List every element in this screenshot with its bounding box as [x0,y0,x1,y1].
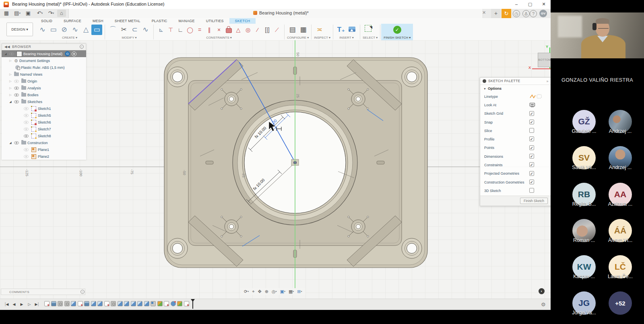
look-at-face-icon[interactable]: ⌖ [250,289,256,294]
timeline-feature-appearance[interactable] [157,301,163,306]
create-group-label[interactable]: CREATE ▾ [37,36,102,40]
file-menu-icon[interactable]: ▤▾ [12,10,23,17]
browser-item-document-settings[interactable]: ▷⚙Document Settings [2,57,86,64]
timeline-gear-icon[interactable]: ⚙ [541,301,546,307]
timeline-feature-combine[interactable] [151,301,156,306]
insert-image-icon[interactable] [347,25,357,35]
timeline-feature-hole[interactable] [58,301,63,306]
profile-checkbox[interactable]: ✓ [529,136,534,141]
expand-arrow-icon[interactable]: ▷ [8,59,13,62]
browser-item-root[interactable]: ◢ Bearing Housing (metal) G [2,50,86,57]
grid-snaps-icon[interactable]: ▦▾ [287,289,295,294]
redo-icon[interactable]: ↷▾ [46,10,56,17]
timeline-feature-sketch[interactable] [78,301,83,306]
participant-tile[interactable]: Roman ... [566,219,602,243]
perpendicular-lines-icon[interactable]: ∟ [175,25,185,35]
activate-radio-icon[interactable] [72,52,76,56]
timeline-feature-fillet[interactable] [137,301,142,306]
browser-item-bodies[interactable]: ▷Bodies [2,91,86,98]
3d-sketch-checkbox[interactable] [529,188,534,193]
expand-arrow-icon[interactable]: ▷ [8,80,13,83]
visibility-eye-icon[interactable] [14,93,19,97]
inspect-group-label[interactable]: INSPECT ▾ [314,36,330,40]
visibility-eye-icon[interactable] [14,87,19,90]
expand-arrow-icon[interactable]: ◢ [8,141,13,144]
browser-item-origin[interactable]: ▷Origin [2,78,86,85]
midpoint-constraint-icon[interactable]: ∕ [253,25,262,35]
measure-tool-icon[interactable]: ≍ [314,25,325,35]
browser-item-sketch7[interactable]: Sketch7 [2,126,86,132]
participant-tile[interactable]: SV Saulė Vil... [566,146,602,170]
timeline-feature-fillet[interactable] [71,301,76,306]
tab-plastic[interactable]: PLASTIC [146,18,173,24]
polygon-constraint-icon[interactable]: △ [233,25,243,35]
viewports-icon[interactable]: ⊞▾ [295,289,303,294]
tab-utilities[interactable]: UTILITIES [200,18,229,24]
browser-item-sketch5[interactable]: Sketch5 [2,112,86,119]
configuration-icon[interactable]: ▤ [287,25,298,35]
maximize-button[interactable]: ▢ [523,0,537,8]
sketch-palette-header[interactable]: SKETCH PALETTE» [480,78,551,85]
visibility-eye-icon[interactable] [14,80,19,83]
timeline-feature-fillet[interactable] [118,301,123,306]
visibility-eye-icon[interactable] [24,107,29,110]
undo-icon[interactable]: ↶▾ [35,10,45,17]
insert-group-label[interactable]: INSERT ▾ [336,36,357,40]
browser-item-plane2[interactable]: Plane2 [2,153,86,160]
points-checkbox[interactable]: ✓ [529,145,534,150]
sketch-grid-checkbox[interactable]: ✓ [529,111,534,116]
notifications-bell-icon[interactable]: Δ [522,10,530,17]
help-icon[interactable]: ? [530,10,537,17]
browser-item-plastic-rule[interactable]: Plastic Rule: ABS (1,5 mm) [2,64,86,71]
timeline-feature-fillet[interactable] [91,301,96,306]
projected-geometries-checkbox[interactable]: ✓ [529,171,534,176]
expand-arrow-icon[interactable]: ▷ [8,73,13,76]
construction-geometries-checkbox[interactable]: ✓ [529,180,534,184]
configuration-table-icon[interactable]: ▦ [298,25,309,35]
visibility-eye-icon[interactable] [24,121,29,124]
tab-sheet-metal[interactable]: SHEET METAL [109,18,146,24]
select-tool-icon[interactable]: ◥ [363,25,374,35]
zoom-icon[interactable]: ⊕ [263,289,270,294]
offset-tool-icon[interactable]: ⊂ [129,25,140,35]
visibility-eye-icon[interactable] [24,155,29,158]
timeline-feature-sketch[interactable] [164,301,169,306]
visibility-eye-icon[interactable] [24,114,29,117]
timeline-feature-hole[interactable] [111,301,116,306]
participant-tile[interactable]: Andrzej ... [602,146,638,170]
visibility-eye-icon[interactable] [24,134,29,138]
collapse-right-icon[interactable]: » [547,78,549,85]
step-back-icon[interactable]: ◀ [10,301,18,308]
expand-arrow-icon[interactable]: ◢ [3,52,8,56]
dimensions-checkbox[interactable]: ✓ [529,154,534,159]
polygon-tool-icon[interactable]: △ [80,25,91,35]
timeline-feature-sketch[interactable] [184,301,189,306]
expand-arrow-icon[interactable]: ▷ [8,87,13,90]
timeline-feature-fillet[interactable] [97,301,103,306]
participant-tile[interactable]: GŽ Gabrielė ... [566,110,602,134]
minimize-button[interactable]: – [510,0,523,8]
orbit-icon[interactable]: ⟳▾ [242,289,250,294]
model-canvas[interactable]: fx 10.00 fx 10.00 10.00 -125 [0,40,551,310]
visibility-eye-icon[interactable] [24,148,29,151]
account-avatar[interactable]: GV [539,10,547,17]
participant-tile[interactable]: JG Jorge Va... [566,291,602,316]
tab-sketch[interactable]: SKETCH [229,18,256,24]
timeline-feature-fillet[interactable] [144,301,149,306]
timeline-feature-fillet[interactable] [131,301,136,306]
participant-tile-overflow[interactable]: +52 [602,291,638,315]
visibility-eye-icon[interactable] [9,52,14,56]
browser-item-sketch8[interactable]: Sketch8 [2,132,86,139]
participant-tile[interactable]: KW Kacper ... [566,255,602,279]
finish-sketch-button-small[interactable]: Finish Sketch [520,198,548,204]
home-view-icon[interactable]: ⌂ [57,10,66,17]
browser-item-analysis[interactable]: ▷Analysis [2,85,86,91]
browser-minimize-icon[interactable]: − [80,45,84,49]
comments-bar[interactable]: COMMENTS [1,289,85,295]
close-button[interactable]: ✕ [537,0,551,8]
save-icon[interactable]: ▣ [24,10,32,17]
visibility-eye-icon[interactable] [14,100,19,103]
fix-lock-icon[interactable] [224,25,233,35]
slice-checkbox[interactable] [529,128,534,133]
comments-minimize-icon[interactable]: − [80,290,85,294]
